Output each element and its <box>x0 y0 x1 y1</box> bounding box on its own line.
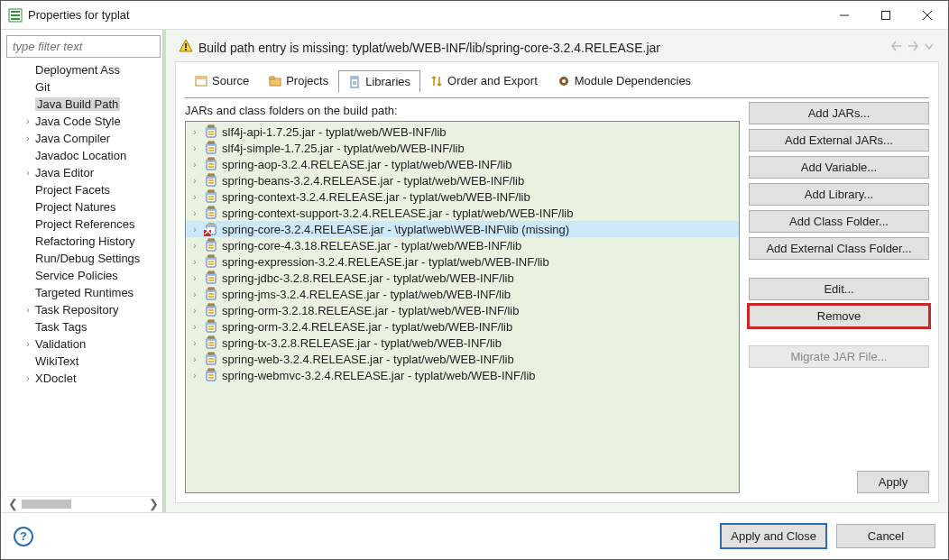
jar-item-label: spring-core-3.2.4.RELEASE.jar - \typlat\… <box>222 223 569 236</box>
sidebar-item-git[interactable]: Git <box>6 78 161 96</box>
sidebar-item-label: Java Compiler <box>35 132 110 145</box>
add-external-jars-button[interactable]: Add External JARs... <box>749 129 929 151</box>
svg-rect-12 <box>351 77 358 79</box>
add-external-class-folder-button[interactable]: Add External Class Folder... <box>749 237 929 260</box>
expand-icon[interactable]: › <box>189 160 200 170</box>
scroll-left-icon[interactable]: ❮ <box>8 497 18 510</box>
expand-icon[interactable]: › <box>189 257 200 267</box>
jar-item[interactable]: ›spring-context-3.2.4.RELEASE.jar - typl… <box>186 188 739 205</box>
tab-libraries[interactable]: Libraries <box>338 70 420 93</box>
source-icon <box>195 75 207 87</box>
sidebar-item-label: Refactoring History <box>35 234 135 248</box>
sidebar-item-wikitext[interactable]: WikiText <box>6 353 161 370</box>
nav-back-icon[interactable] <box>890 40 903 55</box>
sidebar-item-validation[interactable]: ›Validation <box>6 335 161 353</box>
svg-rect-34 <box>208 174 214 176</box>
scroll-right-icon[interactable]: ❯ <box>149 497 159 510</box>
expand-icon[interactable]: › <box>189 322 200 332</box>
svg-rect-69 <box>208 288 214 289</box>
jar-item-label: spring-context-support-3.2.4.RELEASE.jar… <box>222 207 573 220</box>
sidebar-item-xdoclet[interactable]: ›XDoclet <box>6 370 161 387</box>
expand-icon[interactable]: › <box>189 176 200 186</box>
sidebar-item-refactoring-history[interactable]: Refactoring History <box>6 233 161 250</box>
jar-item[interactable]: ›spring-tx-3.2.8.RELEASE.jar - typlat/we… <box>186 335 739 351</box>
svg-text:✕: ✕ <box>204 225 213 236</box>
sidebar-item-label: Targeted Runtimes <box>35 286 134 299</box>
tab-projects[interactable]: Projects <box>259 69 338 92</box>
sidebar-item-targeted-runtimes[interactable]: Targeted Runtimes <box>6 284 161 301</box>
sidebar-item-java-code-style[interactable]: ›Java Code Style <box>6 113 161 130</box>
sidebar-item-project-facets[interactable]: Project Facets <box>6 181 161 198</box>
button-column: Add JARs... Add External JARs... Add Var… <box>749 102 929 493</box>
jar-list[interactable]: ›slf4j-api-1.7.25.jar - typlat/web/WEB-I… <box>185 121 740 493</box>
jar-item[interactable]: ›spring-jdbc-3.2.8.RELEASE.jar - typlat/… <box>186 270 739 286</box>
expand-icon[interactable]: › <box>189 208 200 218</box>
cancel-button[interactable]: Cancel <box>836 524 935 548</box>
jar-item[interactable]: ›spring-beans-3.2.4.RELEASE.jar - typlat… <box>186 172 739 188</box>
tab-module-dependencies[interactable]: Module Dependencies <box>548 69 701 92</box>
sidebar-item-label: Project Facets <box>35 183 110 197</box>
add-variable-button[interactable]: Add Variable... <box>749 156 929 179</box>
add-class-folder-button[interactable]: Add Class Folder... <box>749 210 929 233</box>
jar-item[interactable]: ›slf4j-simple-1.7.25.jar - typlat/web/WE… <box>186 140 739 156</box>
warning-icon <box>179 39 193 56</box>
sidebar-item-task-tags[interactable]: Task Tags <box>6 318 161 335</box>
help-icon[interactable]: ? <box>14 527 33 546</box>
remove-button[interactable]: Remove <box>749 305 929 327</box>
jar-item[interactable]: ›spring-orm-3.2.4.RELEASE.jar - typlat/w… <box>186 318 739 335</box>
jar-item[interactable]: ›spring-web-3.2.4.RELEASE.jar - typlat/w… <box>186 351 739 367</box>
add-library-button[interactable]: Add Library... <box>749 183 929 206</box>
jar-icon <box>204 303 218 317</box>
expand-icon[interactable]: › <box>189 225 200 234</box>
sidebar-item-java-build-path[interactable]: Java Build Path <box>6 96 161 113</box>
jar-missing-icon: ✕ <box>204 222 218 236</box>
expand-icon[interactable]: › <box>189 273 200 283</box>
close-button[interactable] <box>907 1 948 30</box>
svg-rect-84 <box>208 336 214 338</box>
sidebar-item-java-compiler[interactable]: ›Java Compiler <box>6 130 161 147</box>
jar-item[interactable]: ›spring-context-support-3.2.4.RELEASE.ja… <box>186 205 739 221</box>
sidebar-item-run-debug-settings[interactable]: Run/Debug Settings <box>6 250 161 267</box>
jar-item[interactable]: ›spring-webmvc-3.2.4.RELEASE.jar - typla… <box>186 367 739 383</box>
category-tree[interactable]: Deployment AssGitJava Build Path›Java Co… <box>6 61 161 496</box>
sidebar-item-service-policies[interactable]: Service Policies <box>6 267 161 284</box>
sidebar-item-deployment-ass[interactable]: Deployment Ass <box>6 61 161 78</box>
sidebar-item-project-references[interactable]: Project References <box>6 216 161 233</box>
jar-item[interactable]: ›spring-aop-3.2.4.RELEASE.jar - typlat/w… <box>186 156 739 172</box>
apply-button[interactable]: Apply <box>857 471 929 493</box>
expand-icon[interactable]: › <box>189 289 200 299</box>
expand-icon[interactable]: › <box>189 354 200 364</box>
jar-item[interactable]: ›spring-orm-3.2.18.RELEASE.jar - typlat/… <box>186 302 739 318</box>
maximize-button[interactable] <box>865 1 907 30</box>
jar-icon <box>204 238 218 252</box>
jar-item[interactable]: ›spring-jms-3.2.4.RELEASE.jar - typlat/w… <box>186 286 739 302</box>
sidebar-item-java-editor[interactable]: ›Java Editor <box>6 164 161 181</box>
add-jars-button[interactable]: Add JARs... <box>749 102 929 124</box>
expand-icon[interactable]: › <box>189 143 200 153</box>
sidebar-item-label: Service Policies <box>35 269 118 282</box>
nav-forward-icon[interactable] <box>907 40 919 55</box>
expand-icon[interactable]: › <box>189 371 200 381</box>
nav-dropdown-icon[interactable] <box>923 40 935 55</box>
apply-and-close-button[interactable]: Apply and Close <box>720 523 827 549</box>
expand-icon[interactable]: › <box>189 127 200 137</box>
expand-icon[interactable]: › <box>189 192 200 202</box>
jar-item[interactable]: ›spring-expression-3.2.4.RELEASE.jar - t… <box>186 253 739 270</box>
expand-icon[interactable]: › <box>189 306 200 316</box>
jar-item[interactable]: ›✕spring-core-3.2.4.RELEASE.jar - \typla… <box>186 221 739 237</box>
tab-order-and-export[interactable]: Order and Export <box>420 69 548 92</box>
sidebar-item-task-repository[interactable]: ›Task Repository <box>6 301 161 318</box>
jar-item[interactable]: ›slf4j-api-1.7.25.jar - typlat/web/WEB-I… <box>186 124 739 140</box>
jar-item-label: spring-core-4.3.18.RELEASE.jar - typlat/… <box>222 239 521 252</box>
edit-button[interactable]: Edit... <box>749 278 929 300</box>
tab-source[interactable]: Source <box>185 69 259 92</box>
minimize-button[interactable] <box>824 1 865 30</box>
jar-item[interactable]: ›spring-core-4.3.18.RELEASE.jar - typlat… <box>186 237 739 253</box>
sidebar-item-project-natures[interactable]: Project Natures <box>6 198 161 216</box>
expand-icon[interactable]: › <box>189 241 200 251</box>
filter-input[interactable] <box>6 35 161 58</box>
horizontal-scrollbar[interactable]: ❮ ❯ <box>6 496 161 510</box>
sidebar-item-javadoc-location[interactable]: Javadoc Location <box>6 147 161 164</box>
jar-item-label: spring-tx-3.2.8.RELEASE.jar - typlat/web… <box>222 336 502 350</box>
expand-icon[interactable]: › <box>189 338 200 348</box>
